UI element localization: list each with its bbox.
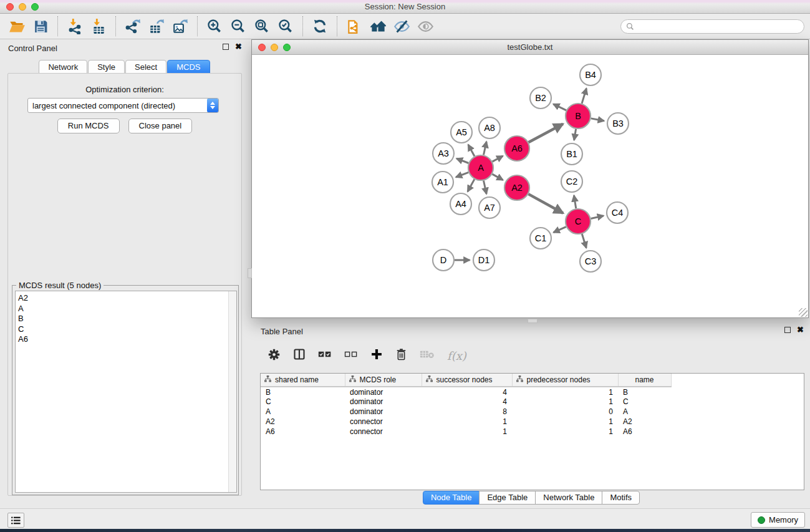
graph-node-B2[interactable]: B2: [530, 87, 551, 109]
graph-node-A6[interactable]: A6: [504, 136, 529, 161]
table-cell[interactable]: connector: [345, 427, 422, 437]
table-cell[interactable]: 1: [512, 427, 618, 437]
run-mcds-button[interactable]: Run MCDS: [57, 118, 120, 133]
delete-column-trash-icon[interactable]: [395, 348, 407, 364]
result-list-item[interactable]: B: [18, 314, 236, 324]
table-row[interactable]: Bdominator41B: [261, 387, 804, 397]
graph-edge-C-C1[interactable]: [554, 227, 566, 233]
table-cell[interactable]: A6: [618, 427, 671, 437]
graph-node-B[interactable]: B: [566, 104, 591, 128]
table-cell[interactable]: A: [261, 407, 345, 417]
select-columns-icon[interactable]: [293, 348, 306, 363]
graph-node-A3[interactable]: A3: [433, 143, 454, 164]
table-cell[interactable]: dominator: [345, 397, 422, 407]
table-cell[interactable]: C: [618, 397, 671, 407]
result-list-item[interactable]: C: [18, 324, 236, 335]
hide-selected-eye-slash-icon[interactable]: [390, 16, 413, 37]
table-cell[interactable]: 0: [512, 407, 618, 417]
close-panel-icon[interactable]: ✖: [235, 44, 242, 50]
graph-edge-A-A2[interactable]: [492, 174, 503, 180]
table-cell[interactable]: A2: [261, 417, 345, 427]
graph-edge-A-A4[interactable]: [468, 179, 475, 191]
result-list-item[interactable]: A: [18, 304, 236, 314]
table-settings-gear-icon[interactable]: [268, 348, 281, 364]
apply-layout-icon[interactable]: [308, 16, 332, 37]
zoom-in-icon[interactable]: [203, 16, 226, 37]
graph-node-A7[interactable]: A7: [479, 197, 500, 218]
tab-mcds[interactable]: MCDS: [167, 60, 210, 74]
graph-node-B4[interactable]: B4: [580, 64, 601, 85]
float-panel-icon[interactable]: [223, 44, 229, 50]
table-cell[interactable]: 1: [422, 427, 512, 437]
import-network-icon[interactable]: [63, 16, 87, 37]
export-network-icon[interactable]: [121, 16, 145, 37]
table-cell[interactable]: dominator: [345, 387, 422, 397]
graph-edge-B-B4[interactable]: [582, 89, 586, 104]
close-table-panel-icon[interactable]: ✖: [797, 327, 804, 333]
graph-edge-A-A8[interactable]: [483, 142, 486, 155]
graph-node-C2[interactable]: C2: [561, 171, 582, 192]
graph-node-A1[interactable]: A1: [432, 172, 453, 193]
close-panel-button[interactable]: Close panel: [128, 118, 193, 133]
network-from-selection-icon[interactable]: [342, 16, 366, 37]
graph-edge-C-C4[interactable]: [591, 216, 603, 219]
graph-edge-A6-B[interactable]: [529, 124, 563, 142]
export-image-icon[interactable]: [168, 16, 192, 37]
graph-edge-C-C2[interactable]: [574, 195, 576, 208]
zoom-selected-icon[interactable]: [274, 16, 297, 37]
graph-node-D1[interactable]: D1: [473, 249, 494, 271]
table-row[interactable]: A2connector11A2: [261, 417, 804, 427]
graph-edge-B-B2[interactable]: [553, 104, 566, 110]
table-cell[interactable]: 1: [422, 417, 512, 427]
graph-edge-A2-C[interactable]: [528, 194, 563, 213]
table-cell[interactable]: C: [261, 397, 345, 407]
table-cell[interactable]: 1: [512, 397, 618, 407]
network-window-titlebar[interactable]: testGlobe.txt: [252, 40, 808, 55]
column-header-mcds-role[interactable]: MCDS role: [345, 374, 422, 387]
table-cell[interactable]: 4: [422, 397, 512, 407]
column-header-successor-nodes[interactable]: successor nodes: [422, 374, 512, 387]
graph-node-A4[interactable]: A4: [450, 193, 471, 215]
window-resize-grip[interactable]: [799, 308, 808, 317]
graph-edge-A-A6[interactable]: [493, 156, 503, 162]
tab-motifs[interactable]: Motifs: [602, 491, 640, 505]
column-header-name[interactable]: name: [618, 374, 671, 387]
graph-node-A8[interactable]: A8: [479, 117, 500, 138]
table-cell[interactable]: 8: [422, 407, 512, 417]
graph-edge-B-B3[interactable]: [591, 118, 604, 121]
column-header-shared-name[interactable]: shared name: [261, 374, 345, 387]
result-list-item[interactable]: A2: [18, 293, 236, 304]
search-box[interactable]: [620, 19, 804, 34]
tab-select[interactable]: Select: [125, 60, 166, 74]
criterion-select[interactable]: largest connected component (directed): [27, 98, 219, 113]
tab-edge-table[interactable]: Edge Table: [479, 491, 536, 505]
open-session-icon[interactable]: [5, 16, 29, 37]
graph-node-A[interactable]: A: [468, 155, 493, 180]
graph-node-A5[interactable]: A5: [451, 122, 472, 143]
memory-button[interactable]: Memory: [751, 512, 805, 528]
table-cell[interactable]: B: [261, 387, 345, 397]
zoom-fit-icon[interactable]: [250, 16, 274, 37]
float-table-panel-icon[interactable]: [784, 327, 791, 333]
table-cell[interactable]: A6: [261, 427, 345, 437]
graph-node-D[interactable]: D: [433, 249, 454, 271]
table-row[interactable]: A6connector11A6: [261, 427, 804, 437]
mcds-result-list[interactable]: A2ABCA6: [15, 291, 237, 493]
horizontal-split-handle[interactable]: [528, 319, 538, 323]
table-row[interactable]: Cdominator41C: [261, 397, 804, 407]
table-cell[interactable]: B: [618, 387, 671, 397]
tab-style[interactable]: Style: [88, 60, 125, 74]
search-input[interactable]: [634, 21, 804, 32]
vertical-split-handle[interactable]: [248, 268, 252, 278]
graph-edge-A-A3[interactable]: [456, 158, 468, 163]
table-cell[interactable]: A2: [618, 417, 671, 427]
graph-edge-C-C3[interactable]: [582, 234, 586, 248]
tab-network[interactable]: Network: [39, 60, 87, 74]
table-cell[interactable]: dominator: [345, 407, 422, 417]
column-header-predecessor-nodes[interactable]: predecessor nodes: [512, 374, 618, 387]
select-stepper-icon[interactable]: [207, 99, 218, 112]
graph-edge-A-A1[interactable]: [456, 172, 468, 177]
table-row[interactable]: Adominator80A: [261, 407, 804, 417]
graph-edge-A-A7[interactable]: [483, 181, 486, 194]
tab-network-table[interactable]: Network Table: [535, 491, 602, 505]
